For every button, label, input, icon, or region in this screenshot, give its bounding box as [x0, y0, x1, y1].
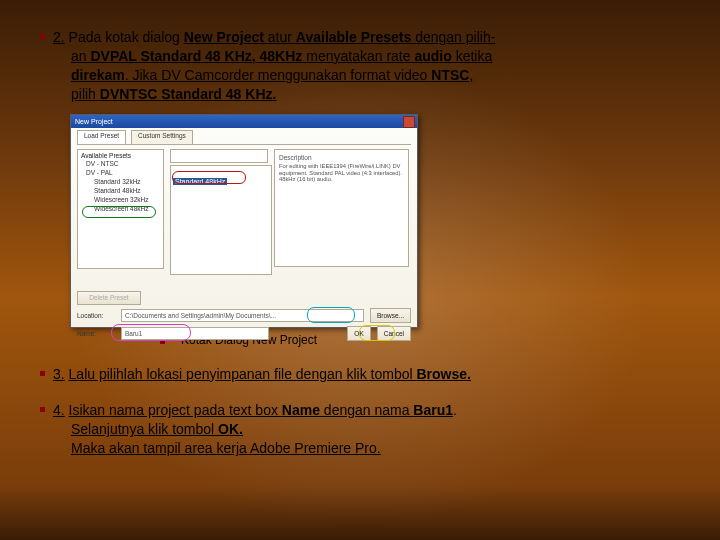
location-label: Location: — [77, 312, 115, 319]
t: Available Presets — [296, 29, 411, 45]
t: OK. — [218, 421, 243, 437]
highlight-pink-icon — [111, 324, 191, 341]
t: Pada kotak dialog — [69, 29, 184, 45]
t: , — [469, 67, 473, 83]
step4-text: 4. Isikan nama project pada text box Nam… — [53, 401, 457, 458]
dialog-title: New Project — [75, 118, 113, 125]
step2: 2. Pada kotak dialog New Project atur Av… — [40, 28, 680, 104]
t: direkam — [71, 67, 125, 83]
t: NTSC — [431, 67, 469, 83]
step4-line2: Selanjutnya klik tombol OK. — [71, 421, 243, 437]
tree-subitem[interactable]: Standard 48kHz — [78, 186, 163, 195]
step2-line3: direkam. Jika DV Camcorder menggunakan f… — [71, 67, 473, 83]
t: atur — [264, 29, 296, 45]
t: Selanjutnya klik tombol — [71, 421, 218, 437]
highlight-yellow-icon — [359, 325, 395, 341]
tab-custom-settings[interactable]: Custom Settings — [131, 130, 193, 144]
t: dengan pilih- — [411, 29, 495, 45]
tab-load-preset[interactable]: Load Preset — [77, 130, 126, 144]
tree-subitem[interactable]: Widescreen 32kHz — [78, 195, 163, 204]
bullet-icon — [40, 407, 45, 412]
t: audio — [414, 48, 451, 64]
t: . — [453, 402, 457, 418]
description-box: Description For editing with IEEE1394 (F… — [274, 149, 409, 267]
preset-list[interactable]: Standard 48kHz — [170, 165, 272, 275]
bullet-icon — [40, 34, 45, 39]
tree-subitem[interactable]: Standard 32kHz — [78, 177, 163, 186]
step4-num: 4. — [53, 402, 65, 418]
t: Baru1 — [413, 402, 453, 418]
bullet-icon — [40, 371, 45, 376]
browse-button[interactable]: Browse... — [370, 308, 411, 323]
t: ketika — [452, 48, 492, 64]
step4: 4. Isikan nama project pada text box Nam… — [40, 401, 680, 458]
available-presets-tree[interactable]: Available Presets DV - NTSC DV - PAL Sta… — [77, 149, 164, 269]
step3: 3. Lalu pilihlah lokasi penyimpanan file… — [40, 365, 680, 384]
step2-num: 2. — [53, 29, 65, 45]
t: Name — [282, 402, 320, 418]
t: dengan nama — [320, 402, 413, 418]
t: 48KHz — [256, 48, 303, 64]
t: Browse. — [416, 366, 470, 382]
t: an — [71, 48, 90, 64]
highlight-cyan-icon — [307, 307, 355, 323]
close-icon[interactable] — [403, 116, 415, 128]
delete-preset-button[interactable]: Delete Preset — [77, 291, 141, 305]
step3-num: 3. — [53, 366, 65, 382]
t: . Jika DV Camcorder menggunakan format v… — [125, 67, 432, 83]
description-body: For editing with IEEE1394 (FireWire/i.LI… — [279, 163, 404, 184]
preset-middle-col: Standard 48kHz — [170, 149, 268, 287]
t: New Project — [184, 29, 264, 45]
screenshot-new-project-dialog: New Project Load Preset Custom Settings … — [70, 114, 418, 328]
step2-line4: pilih DVNTSC Standard 48 KHz. — [71, 86, 276, 102]
description-header: Description — [279, 154, 404, 161]
available-presets-header: Available Presets — [78, 150, 163, 159]
dialog-panel: Available Presets DV - NTSC DV - PAL Sta… — [77, 144, 411, 287]
preset-name-box — [170, 149, 268, 163]
slide-content: 2. Pada kotak dialog New Project atur Av… — [0, 0, 720, 458]
tree-item[interactable]: DV - PAL — [78, 168, 163, 177]
t: Lalu pilihlah lokasi penyimpanan file de… — [69, 366, 417, 382]
t: Isikan nama project pada text box — [69, 402, 282, 418]
t: menyatakan rate — [302, 48, 414, 64]
dialog-titlebar: New Project — [71, 115, 417, 128]
name-label: Name: — [77, 330, 115, 337]
step2-line2: an DVPAL Standard 48 KHz, 48KHz menyatak… — [71, 48, 492, 64]
t: DVNTSC Standard 48 KHz. — [100, 86, 277, 102]
dialog-tabs: Load Preset Custom Settings — [71, 128, 417, 144]
name-row: Name: Baru1 OK Cancel — [77, 326, 411, 341]
highlight-red-icon — [172, 171, 246, 184]
t: DVPAL Standard 48 KHz, — [90, 48, 255, 64]
location-row: Location: C:\Documents and Settings\admi… — [77, 308, 411, 323]
t: pilih — [71, 86, 100, 102]
step2-text: 2. Pada kotak dialog New Project atur Av… — [53, 28, 495, 104]
step3-text: 3. Lalu pilihlah lokasi penyimpanan file… — [53, 365, 471, 384]
tree-item[interactable]: DV - NTSC — [78, 159, 163, 168]
highlight-green-icon — [82, 206, 156, 218]
step4-line3: Maka akan tampil area kerja Adobe Premie… — [71, 440, 381, 456]
